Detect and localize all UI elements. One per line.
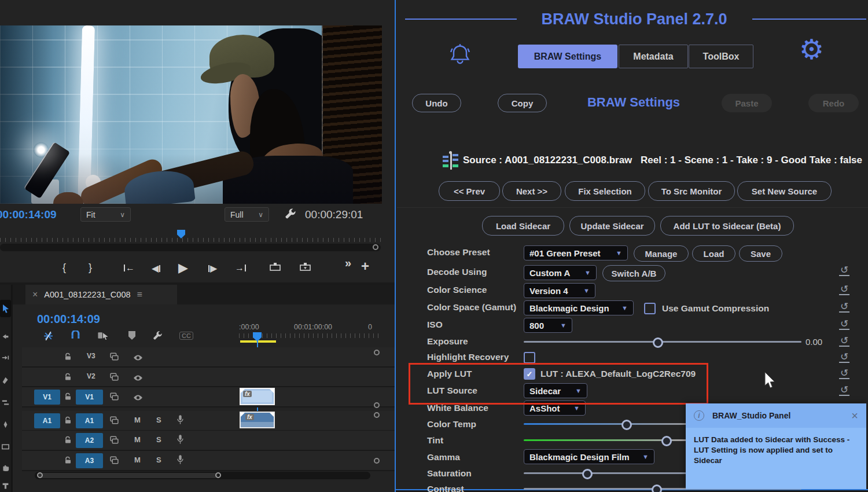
timeline-settings-wrench-icon[interactable] — [153, 331, 163, 343]
audio-scrollbar-handle[interactable] — [374, 412, 380, 418]
reset-highlight-recovery-icon[interactable]: ↺ — [839, 352, 849, 363]
add-lut-sidecar-button[interactable]: Add LUT to Sidecar (Beta) — [660, 216, 794, 236]
contrast-slider-knob[interactable] — [652, 484, 662, 492]
gamma-select[interactable]: Blackmagic Design Film ▼ — [524, 449, 654, 464]
color-space-select[interactable]: Blackmagic Design ▼ — [524, 300, 634, 315]
track-target-a2[interactable]: A2 — [76, 433, 103, 448]
eye-icon[interactable] — [133, 353, 143, 364]
zoom-handle-left[interactable] — [37, 472, 43, 478]
source-patch-a1[interactable]: A1 — [34, 413, 60, 428]
audio-scrollbar-handle[interactable] — [374, 458, 380, 464]
lock-icon[interactable] — [65, 456, 72, 467]
color-temp-slider-knob[interactable] — [621, 420, 632, 430]
mark-in-button[interactable]: { — [62, 262, 66, 274]
mute-button[interactable]: M — [134, 456, 141, 464]
more-buttons-chevron[interactable]: » — [345, 256, 351, 270]
ripple-edit-tool[interactable] — [2, 354, 9, 365]
playback-resolution-select[interactable]: Full ∨ — [225, 207, 269, 222]
razor-tool[interactable] — [2, 376, 9, 387]
choose-preset-select[interactable]: #01 Green Preset ▼ — [524, 245, 628, 260]
iso-select[interactable]: 800 ▼ — [524, 318, 572, 333]
clip-trim-handle[interactable] — [241, 413, 245, 417]
source-patch-icon[interactable] — [110, 392, 119, 403]
monitor-scrollbar[interactable] — [0, 244, 381, 251]
lock-icon[interactable] — [65, 373, 72, 383]
step-back-button[interactable]: ◀ — [152, 263, 160, 274]
nest-toggle-icon[interactable] — [43, 331, 54, 343]
source-patch-icon[interactable] — [110, 416, 119, 427]
highlight-recovery-checkbox[interactable] — [524, 352, 535, 364]
reset-iso-icon[interactable]: ↺ — [839, 319, 849, 330]
video-scrollbar-handle[interactable] — [374, 350, 380, 355]
saturation-slider-knob[interactable] — [582, 469, 593, 479]
clip-trim-handle[interactable] — [241, 389, 245, 393]
reset-color-science-icon[interactable]: ↺ — [839, 284, 849, 295]
close-icon[interactable]: × — [851, 409, 858, 423]
exposure-slider-knob[interactable] — [653, 337, 663, 348]
lock-icon[interactable] — [65, 436, 72, 446]
tab-braw-settings[interactable]: BRAW Settings — [518, 45, 617, 68]
mic-icon[interactable] — [177, 435, 183, 447]
exposure-slider[interactable] — [524, 341, 801, 343]
reset-decode-using-icon[interactable]: ↺ — [839, 265, 849, 276]
redo-button[interactable]: Redo — [808, 94, 859, 112]
load-sidecar-button[interactable]: Load Sidecar — [482, 216, 564, 236]
track-target-v1[interactable]: V1 — [76, 390, 103, 405]
work-area-bar[interactable] — [240, 340, 276, 343]
update-sidecar-button[interactable]: Update Sidecar — [569, 216, 655, 236]
undo-button[interactable]: Undo — [412, 94, 461, 112]
mic-icon[interactable] — [177, 455, 183, 467]
close-icon[interactable]: × — [32, 289, 38, 300]
color-science-select[interactable]: Version 4 ▼ — [524, 283, 595, 298]
source-patch-icon[interactable] — [110, 436, 119, 446]
marker-icon[interactable] — [128, 331, 135, 340]
go-to-out-button[interactable]: → — [235, 263, 246, 273]
monitor-scrollbar-handle[interactable] — [373, 244, 378, 250]
lift-button[interactable] — [270, 262, 281, 273]
tab-toolbox[interactable]: ToolBox — [689, 45, 753, 68]
paste-button[interactable]: Paste — [722, 94, 772, 112]
track-name[interactable]: V2 — [87, 372, 95, 380]
white-balance-select[interactable]: AsShot ▼ — [524, 401, 586, 416]
go-to-in-button[interactable]: ← — [124, 263, 135, 273]
reset-lut-source-icon[interactable]: ↺ — [839, 385, 849, 396]
hand-tool[interactable] — [2, 463, 9, 473]
save-preset-button[interactable]: Save — [739, 245, 782, 262]
add-button[interactable]: + — [361, 258, 369, 274]
solo-button[interactable]: S — [156, 435, 161, 444]
prev-button[interactable]: << Prev — [439, 181, 500, 201]
fit-select[interactable]: Fit ∨ — [80, 207, 131, 222]
eye-icon[interactable] — [133, 393, 143, 403]
source-patch-icon[interactable] — [110, 373, 119, 383]
slip-tool[interactable] — [2, 398, 9, 409]
mark-out-button[interactable]: } — [89, 262, 92, 274]
sequence-tab[interactable]: × A001_08122231_C008 ≡ — [25, 285, 177, 304]
decode-using-select[interactable]: Custom A ▼ — [524, 265, 597, 280]
lock-icon[interactable] — [65, 416, 72, 427]
track-target-a3[interactable]: A3 — [76, 453, 103, 468]
video-scrollbar-handle[interactable] — [374, 402, 380, 408]
source-patch-icon[interactable] — [110, 456, 119, 467]
rectangle-tool[interactable] — [2, 442, 9, 453]
reset-exposure-icon[interactable]: ↺ — [839, 336, 849, 347]
clip-trim-handle[interactable] — [270, 389, 274, 393]
gamut-compression-checkbox[interactable] — [644, 303, 656, 314]
solo-button[interactable]: S — [156, 456, 161, 464]
mute-button[interactable]: M — [134, 416, 141, 424]
switch-ab-button[interactable]: Switch A/B — [602, 265, 665, 281]
clip-trim-handle[interactable] — [270, 413, 274, 417]
mute-button[interactable]: M — [134, 435, 141, 444]
load-preset-button[interactable]: Load — [692, 245, 735, 262]
audio-clip[interactable]: fx — [240, 412, 275, 428]
timeline-zoom-scrollbar[interactable] — [35, 472, 370, 479]
fix-selection-button[interactable]: Fix Selection — [565, 181, 645, 201]
track-target-a1[interactable]: A1 — [76, 413, 103, 428]
track-name[interactable]: V3 — [87, 352, 95, 360]
captions-badge[interactable]: CC — [179, 332, 193, 340]
source-patch-icon[interactable] — [110, 353, 119, 363]
lock-icon[interactable] — [65, 353, 72, 363]
pen-tool[interactable] — [2, 420, 9, 431]
linked-selection-icon[interactable] — [97, 331, 109, 342]
copy-button[interactable]: Copy — [498, 94, 547, 112]
notifications-bell-icon[interactable] — [449, 43, 471, 71]
